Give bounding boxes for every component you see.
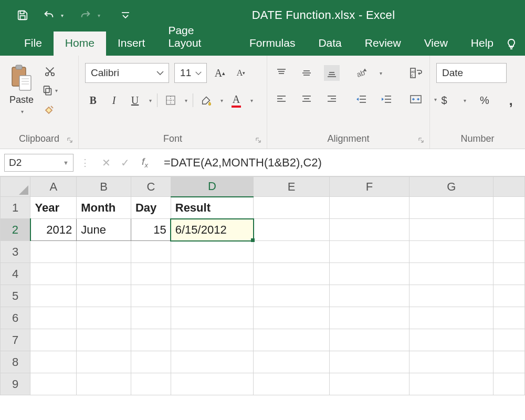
accounting-dropdown-icon[interactable]: ▾ bbox=[464, 98, 466, 103]
column-header[interactable]: G bbox=[410, 177, 494, 197]
alignment-dialog-launcher-icon[interactable] bbox=[418, 137, 425, 144]
underline-dropdown-icon[interactable]: ▾ bbox=[149, 98, 152, 103]
row-header[interactable]: 8 bbox=[1, 351, 30, 373]
decrease-indent-icon[interactable] bbox=[353, 91, 369, 107]
cell[interactable] bbox=[77, 351, 131, 373]
merge-center-icon[interactable] bbox=[408, 91, 424, 107]
tab-data[interactable]: Data bbox=[307, 32, 353, 56]
cell[interactable] bbox=[494, 351, 525, 373]
align-left-icon[interactable] bbox=[274, 91, 289, 107]
cell[interactable] bbox=[77, 307, 131, 329]
fill-color-dropdown-icon[interactable]: ▾ bbox=[220, 98, 223, 103]
align-top-icon[interactable] bbox=[274, 65, 289, 81]
cell[interactable] bbox=[410, 351, 494, 373]
paste-dropdown-icon[interactable]: ▾ bbox=[21, 109, 24, 114]
cell[interactable] bbox=[254, 263, 329, 285]
cell[interactable] bbox=[171, 307, 253, 329]
orientation-dropdown-icon[interactable]: ▾ bbox=[380, 70, 382, 76]
tab-formulas[interactable]: Formulas bbox=[238, 32, 307, 56]
wrap-text-icon[interactable]: abc bbox=[408, 65, 424, 81]
column-header[interactable]: A bbox=[30, 177, 77, 197]
cell[interactable] bbox=[30, 263, 77, 285]
row-header[interactable]: 7 bbox=[1, 329, 30, 351]
increase-indent-icon[interactable] bbox=[379, 91, 394, 107]
row-header[interactable]: 9 bbox=[1, 373, 30, 395]
column-header[interactable]: D bbox=[171, 177, 253, 197]
column-header[interactable]: B bbox=[77, 177, 131, 197]
cell[interactable] bbox=[329, 197, 409, 219]
format-painter-icon[interactable] bbox=[42, 103, 58, 116]
borders-dropdown-icon[interactable]: ▾ bbox=[185, 98, 187, 103]
percent-format-icon[interactable]: % bbox=[477, 92, 492, 108]
column-header[interactable]: C bbox=[131, 177, 171, 197]
cell[interactable] bbox=[131, 241, 171, 263]
cell[interactable] bbox=[171, 241, 253, 263]
cell[interactable]: Year bbox=[30, 197, 77, 219]
tell-me-icon[interactable] bbox=[505, 38, 518, 56]
copy-icon[interactable]: ▾ bbox=[42, 84, 58, 97]
number-format-combo[interactable]: Date bbox=[436, 63, 507, 83]
cell[interactable] bbox=[131, 329, 171, 351]
cell[interactable] bbox=[494, 329, 525, 351]
cell[interactable] bbox=[77, 373, 131, 395]
cell[interactable] bbox=[329, 263, 409, 285]
cell[interactable] bbox=[77, 263, 131, 285]
cell[interactable] bbox=[410, 241, 494, 263]
cell[interactable] bbox=[329, 351, 409, 373]
cell[interactable] bbox=[171, 373, 253, 395]
align-middle-icon[interactable] bbox=[299, 65, 314, 81]
font-size-combo[interactable]: 11 bbox=[174, 63, 207, 83]
clipboard-dialog-launcher-icon[interactable] bbox=[67, 137, 74, 144]
cell[interactable] bbox=[494, 197, 525, 219]
formula-input[interactable]: =DATE(A2,MONTH(1&B2),C2) bbox=[155, 156, 525, 170]
decrease-font-icon[interactable]: A▾ bbox=[233, 65, 249, 81]
undo-icon[interactable] bbox=[42, 9, 56, 22]
tab-home[interactable]: Home bbox=[54, 32, 106, 56]
insert-function-icon[interactable]: fx bbox=[134, 156, 155, 169]
row-header[interactable]: 3 bbox=[1, 241, 30, 263]
cell[interactable] bbox=[30, 285, 77, 307]
underline-button[interactable]: U bbox=[127, 92, 143, 108]
cell[interactable] bbox=[30, 241, 77, 263]
cell[interactable] bbox=[77, 285, 131, 307]
cell[interactable] bbox=[254, 351, 329, 373]
cell[interactable] bbox=[410, 285, 494, 307]
spreadsheet-grid[interactable]: ABCDEFG1YearMonthDayResult22012June156/1… bbox=[0, 176, 525, 395]
column-header[interactable]: E bbox=[254, 177, 329, 197]
font-name-combo[interactable]: Calibri bbox=[85, 63, 169, 83]
cell[interactable] bbox=[171, 351, 253, 373]
cell[interactable]: 6/15/2012 bbox=[171, 219, 253, 241]
row-header[interactable]: 2 bbox=[1, 219, 30, 241]
cell[interactable] bbox=[131, 307, 171, 329]
tab-view[interactable]: View bbox=[413, 32, 459, 56]
cell[interactable] bbox=[254, 197, 329, 219]
row-header[interactable]: 5 bbox=[1, 285, 30, 307]
cell[interactable] bbox=[329, 219, 409, 241]
align-center-icon[interactable] bbox=[299, 91, 314, 107]
cell[interactable] bbox=[494, 263, 525, 285]
cell[interactable] bbox=[494, 373, 525, 395]
font-color-icon[interactable]: A bbox=[228, 92, 244, 108]
cell[interactable] bbox=[494, 219, 525, 241]
name-box[interactable]: D2▼ bbox=[4, 154, 74, 172]
cell[interactable] bbox=[254, 307, 329, 329]
tab-review[interactable]: Review bbox=[353, 32, 413, 56]
cell[interactable] bbox=[329, 241, 409, 263]
increase-font-icon[interactable]: A▴ bbox=[212, 65, 228, 81]
font-dialog-launcher-icon[interactable] bbox=[255, 137, 262, 144]
row-header[interactable]: 4 bbox=[1, 263, 30, 285]
paste-button[interactable]: Paste ▾ bbox=[6, 63, 37, 116]
cell[interactable] bbox=[254, 329, 329, 351]
cell[interactable] bbox=[30, 351, 77, 373]
italic-button[interactable]: I bbox=[106, 92, 122, 108]
cell[interactable]: Result bbox=[171, 197, 253, 219]
tab-page-layout[interactable]: Page Layout bbox=[156, 19, 238, 56]
accounting-format-icon[interactable]: $ bbox=[436, 92, 452, 108]
align-right-icon[interactable] bbox=[324, 91, 340, 107]
cell[interactable] bbox=[30, 307, 77, 329]
cell[interactable] bbox=[254, 285, 329, 307]
row-header[interactable]: 1 bbox=[1, 197, 30, 219]
cell[interactable]: June bbox=[77, 219, 131, 241]
cell[interactable] bbox=[329, 329, 409, 351]
align-bottom-icon[interactable] bbox=[324, 65, 340, 81]
